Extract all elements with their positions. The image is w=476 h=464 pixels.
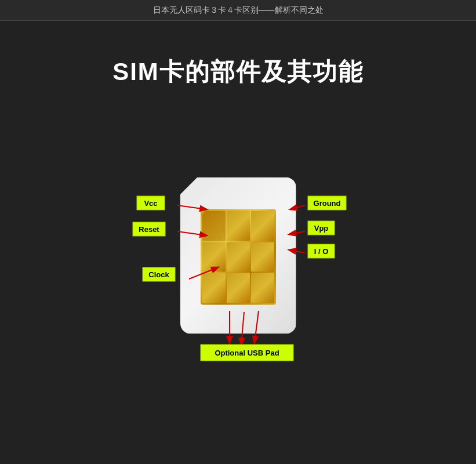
svg-rect-15 — [143, 267, 175, 281]
svg-rect-11 — [137, 196, 165, 210]
svg-rect-17 — [308, 196, 346, 210]
svg-rect-13 — [133, 222, 165, 236]
sim-card-area: Vcc Reset Clock Ground Vpp I / O Optiona… — [76, 119, 401, 398]
chip-cell — [227, 211, 250, 241]
top-bar: 日本无人区码卡３卡４卡区别——解析不同之处 — [0, 0, 476, 21]
chip-cell — [227, 242, 250, 272]
svg-rect-23 — [201, 345, 293, 361]
sim-chip — [201, 209, 276, 305]
chip-cell — [202, 273, 226, 303]
chip-cell — [251, 242, 274, 272]
svg-text:Clock: Clock — [148, 270, 169, 279]
svg-rect-21 — [308, 244, 335, 258]
svg-text:Vcc: Vcc — [144, 199, 157, 208]
svg-text:Ground: Ground — [313, 199, 340, 208]
main-content: SIM卡的部件及其功能 — [0, 21, 476, 464]
chip-cell — [227, 273, 250, 303]
page-title: SIM卡的部件及其功能 — [0, 56, 476, 88]
svg-rect-19 — [308, 221, 335, 235]
svg-text:Vpp: Vpp — [314, 224, 328, 233]
chip-cell — [202, 242, 226, 272]
chip-cell — [251, 211, 274, 241]
svg-text:Reset: Reset — [139, 225, 159, 234]
chip-cell — [251, 273, 274, 303]
svg-text:I / O: I / O — [314, 247, 328, 256]
svg-text:Optional USB Pad: Optional USB Pad — [215, 349, 279, 357]
top-bar-title: 日本无人区码卡３卡４卡区别——解析不同之处 — [153, 5, 324, 16]
sim-card — [180, 177, 296, 334]
chip-cell — [202, 211, 226, 241]
